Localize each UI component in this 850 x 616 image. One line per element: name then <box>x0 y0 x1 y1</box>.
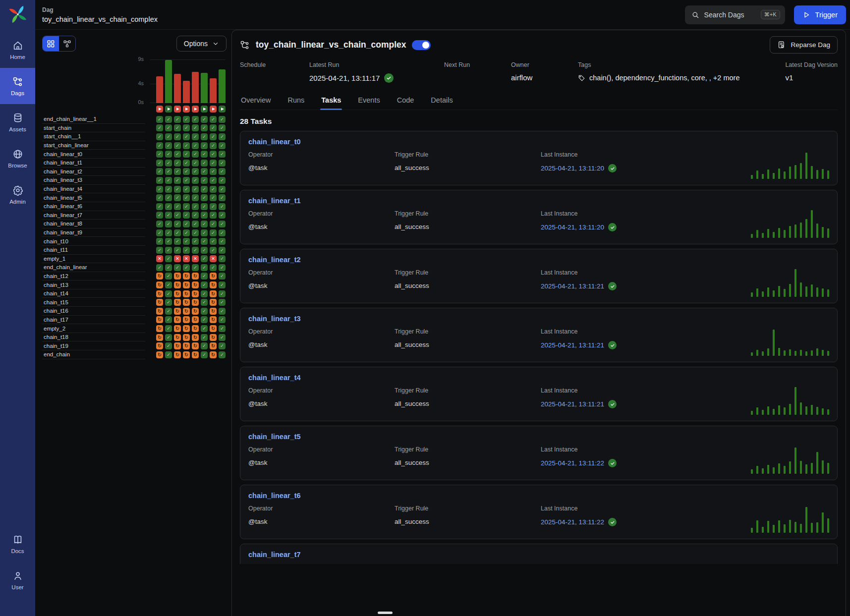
task-instance-square-success[interactable]: ✓ <box>192 186 199 193</box>
task-instance-square-upstream-failed[interactable]: ↻ <box>183 334 190 341</box>
grid-task-name-link[interactable]: chain_t19 <box>42 341 145 350</box>
sidebar-item-admin[interactable]: Admin <box>0 176 35 213</box>
task-instance-square-success[interactable]: ✓ <box>165 203 172 210</box>
task-instance-square-success[interactable]: ✓ <box>156 247 163 254</box>
task-instance-square-upstream-failed[interactable]: ↻ <box>192 281 199 288</box>
grid-task-name-link[interactable]: chain_linear_t0 <box>42 150 145 159</box>
task-instance-square-success[interactable]: ✓ <box>174 238 181 245</box>
task-instance-square-success[interactable]: ✓ <box>219 334 226 341</box>
task-instance-square-failed[interactable]: ✕ <box>192 255 199 262</box>
task-instance-square-success[interactable]: ✓ <box>183 133 190 140</box>
task-instance-square-upstream-failed[interactable]: ↻ <box>156 299 163 306</box>
task-instance-square-success[interactable]: ✓ <box>201 168 208 175</box>
task-instance-square-upstream-failed[interactable]: ↻ <box>210 290 217 297</box>
task-instance-square-upstream-failed[interactable]: ↻ <box>156 273 163 280</box>
task-instance-square-success[interactable]: ✓ <box>183 229 190 236</box>
task-instance-square-success[interactable]: ✓ <box>219 281 226 288</box>
task-instance-square-success[interactable]: ✓ <box>192 142 199 149</box>
task-instance-square-upstream-failed[interactable]: ↻ <box>174 325 181 332</box>
task-instance-square-success[interactable]: ✓ <box>174 203 181 210</box>
grid-task-name-link[interactable]: chain_linear_t8 <box>42 220 145 228</box>
task-instance-square-failed[interactable]: ✕ <box>210 255 217 262</box>
sidebar-item-dags[interactable]: Dags <box>0 68 35 104</box>
task-instance-square-success[interactable]: ✓ <box>210 177 217 184</box>
task-instance-square-success[interactable]: ✓ <box>165 255 172 262</box>
task-card-title-link[interactable]: chain_linear_t5 <box>248 433 301 441</box>
task-instance-square-success[interactable]: ✓ <box>201 351 208 358</box>
task-instance-square-success[interactable]: ✓ <box>219 151 226 158</box>
run-state-square-failed[interactable] <box>183 106 190 112</box>
task-instance-square-success[interactable]: ✓ <box>192 238 199 245</box>
task-instance-square-success[interactable]: ✓ <box>210 238 217 245</box>
task-instance-square-upstream-failed[interactable]: ↻ <box>156 290 163 297</box>
task-instance-square-success[interactable]: ✓ <box>201 334 208 341</box>
task-instance-square-success[interactable]: ✓ <box>192 116 199 123</box>
run-state-square-success[interactable] <box>219 106 226 112</box>
task-instance-square-success[interactable]: ✓ <box>210 168 217 175</box>
run-state-square-failed[interactable] <box>156 106 163 112</box>
tab-runs[interactable]: Runs <box>286 92 305 110</box>
task-instance-square-upstream-failed[interactable]: ↻ <box>192 308 199 315</box>
task-instance-square-success[interactable]: ✓ <box>201 186 208 193</box>
task-instance-square-success[interactable]: ✓ <box>165 116 172 123</box>
grid-task-name-link[interactable]: chain_t10 <box>42 237 145 246</box>
task-instance-square-success[interactable]: ✓ <box>183 264 190 271</box>
task-instance-square-upstream-failed[interactable]: ↻ <box>210 325 217 332</box>
task-instance-square-success[interactable]: ✓ <box>219 116 226 123</box>
task-instance-square-success[interactable]: ✓ <box>165 142 172 149</box>
task-instance-square-success[interactable]: ✓ <box>183 151 190 158</box>
task-instance-square-success[interactable]: ✓ <box>156 212 163 219</box>
task-instance-square-success[interactable]: ✓ <box>219 168 226 175</box>
task-instance-square-upstream-failed[interactable]: ↻ <box>183 273 190 280</box>
tab-events[interactable]: Events <box>357 92 381 110</box>
task-card-title-link[interactable]: chain_linear_t1 <box>248 197 301 205</box>
grid-task-name-link[interactable]: chain_t13 <box>42 280 145 289</box>
task-instance-square-success[interactable]: ✓ <box>174 133 181 140</box>
task-instance-square-upstream-failed[interactable]: ↻ <box>174 316 181 323</box>
task-card-title-link[interactable]: chain_linear_t4 <box>248 374 301 382</box>
task-instance-square-success[interactable]: ✓ <box>174 160 181 167</box>
task-instance-square-success[interactable]: ✓ <box>210 203 217 210</box>
task-instance-square-success[interactable]: ✓ <box>165 124 172 131</box>
task-instance-square-success[interactable]: ✓ <box>165 177 172 184</box>
bottom-scroll-indicator[interactable] <box>378 612 393 614</box>
run-duration-bar-success[interactable] <box>219 69 226 103</box>
task-card-title-link[interactable]: chain_linear_t3 <box>248 315 301 323</box>
airflow-logo-icon[interactable] <box>7 4 28 25</box>
task-instance-square-success[interactable]: ✓ <box>201 203 208 210</box>
task-instance-square-success[interactable]: ✓ <box>165 212 172 219</box>
task-instance-square-success[interactable]: ✓ <box>210 221 217 227</box>
task-instance-square-success[interactable]: ✓ <box>165 325 172 332</box>
task-instance-square-success[interactable]: ✓ <box>165 186 172 193</box>
grid-task-name-link[interactable]: chain_linear_t5 <box>42 193 145 202</box>
grid-task-name-link[interactable]: chain_t16 <box>42 307 145 316</box>
task-instance-square-success[interactable]: ✓ <box>156 160 163 167</box>
grid-task-name-link[interactable]: start_chain__1 <box>42 132 145 141</box>
task-instance-square-success[interactable]: ✓ <box>174 194 181 201</box>
task-instance-square-upstream-failed[interactable]: ↻ <box>210 316 217 323</box>
task-instance-square-success[interactable]: ✓ <box>219 308 226 315</box>
task-instance-square-success[interactable]: ✓ <box>219 160 226 167</box>
task-instance-square-success[interactable]: ✓ <box>192 264 199 271</box>
task-instance-square-success[interactable]: ✓ <box>165 133 172 140</box>
task-instance-square-success[interactable]: ✓ <box>165 342 172 349</box>
latest-run-value[interactable]: 2025-04-21, 13:11:17 <box>309 74 380 82</box>
task-instance-square-success[interactable]: ✓ <box>201 133 208 140</box>
task-instance-square-success[interactable]: ✓ <box>219 342 226 349</box>
task-instance-square-success[interactable]: ✓ <box>174 142 181 149</box>
task-instance-square-success[interactable]: ✓ <box>192 229 199 236</box>
run-duration-bar-failed[interactable] <box>156 76 163 103</box>
task-instance-square-success[interactable]: ✓ <box>183 177 190 184</box>
task-instance-square-success[interactable]: ✓ <box>156 264 163 271</box>
task-instance-square-success[interactable]: ✓ <box>165 281 172 288</box>
task-instance-square-success[interactable]: ✓ <box>219 290 226 297</box>
grid-task-name-link[interactable]: chain_linear_t7 <box>42 211 145 220</box>
task-instance-square-upstream-failed[interactable]: ↻ <box>156 334 163 341</box>
task-instance-square-success[interactable]: ✓ <box>201 255 208 262</box>
task-instance-square-upstream-failed[interactable]: ↻ <box>156 316 163 323</box>
task-instance-square-success[interactable]: ✓ <box>210 186 217 193</box>
task-instance-square-success[interactable]: ✓ <box>165 308 172 315</box>
task-instance-square-success[interactable]: ✓ <box>183 247 190 254</box>
task-instance-square-upstream-failed[interactable]: ↻ <box>183 281 190 288</box>
grid-task-name-link[interactable]: chain_t14 <box>42 289 145 298</box>
